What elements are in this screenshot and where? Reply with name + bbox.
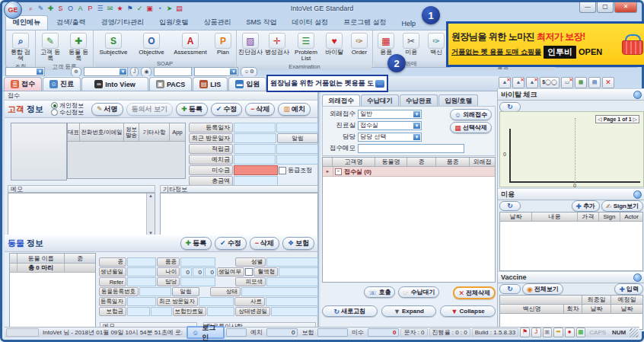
menu-tab-hospital-hotel[interactable]: 입원/호텔 xyxy=(152,16,196,30)
menu-tab-help[interactable]: Help xyxy=(395,18,423,30)
state-field[interactable] xyxy=(241,287,318,296)
blood-type-field[interactable] xyxy=(279,267,318,276)
close-panel-button[interactable]: ✕ xyxy=(602,77,614,88)
contact-table[interactable]: 대표 전화번호/이메일 정보 발송 기타사항 App xyxy=(67,123,186,179)
alert-button[interactable]: 알림 xyxy=(277,133,318,143)
vital-button[interactable]: ♥ 바이탈 xyxy=(322,32,346,56)
tab-payment-waiting[interactable]: 수납대기 xyxy=(361,94,399,106)
breed-field[interactable] xyxy=(180,257,215,267)
manager-select[interactable]: 담당 선택▼ xyxy=(358,133,422,142)
maximize-button[interactable]: ▢ xyxy=(597,2,614,13)
animal-register-button[interactable]: ✚ 동물 등록 xyxy=(65,32,92,62)
quick-round-button-2[interactable]: Ĵ xyxy=(130,67,139,77)
clear-chart-button-1[interactable]: ▲ xyxy=(499,77,511,88)
minimize-button[interactable]: — xyxy=(579,2,596,13)
quick-person-button[interactable]: ☺⚙ xyxy=(241,67,257,77)
vaccine-refresh-button[interactable]: ↻ xyxy=(499,284,521,294)
animal-edit-button[interactable]: ✔수정 xyxy=(215,237,247,250)
objective-button[interactable]: O Objective xyxy=(133,32,170,56)
customer-edit-button[interactable]: ✔수정 xyxy=(211,103,243,116)
customer-deposit-button[interactable]: ▥예치 xyxy=(278,103,311,116)
customer-delete-button[interactable]: −삭제 xyxy=(245,103,275,116)
scrollbar[interactable]: ▲▼ xyxy=(146,193,155,235)
clear-chart-button-3[interactable]: ▲ xyxy=(526,77,538,88)
pager-left-icon[interactable]: ◁ xyxy=(598,117,601,123)
customer-etc-box[interactable] xyxy=(160,193,318,236)
vaccine-table[interactable]: 최종일 예정일 백신명 회차 날짜 날짜 xyxy=(499,295,643,330)
customer-add-button[interactable]: ✚등록 xyxy=(176,103,208,116)
reception-group-row[interactable]: ▸ −접수실 (0) xyxy=(323,167,495,177)
animal-alert-button[interactable]: 알림 xyxy=(172,287,199,296)
chevron-down-icon[interactable]: ▼ xyxy=(413,111,420,117)
ad-banner[interactable]: 원장님을 위한 노마진 최저가 보장! 거품없는 펫 용품 도매 쇼핑몰 인투비… xyxy=(446,21,644,67)
animal-regno-field[interactable] xyxy=(139,287,171,296)
grooming-header[interactable]: 미용 xyxy=(498,188,644,200)
radio-personal-info[interactable]: 개인정보 xyxy=(51,102,84,109)
birthday-checkbox[interactable] xyxy=(245,267,253,276)
customer-register-button[interactable]: ✎ 고객 등록 xyxy=(37,32,64,62)
reception-type-select[interactable]: 일반▼ xyxy=(358,110,422,119)
birth-field[interactable] xyxy=(127,267,156,276)
panel-layout-button[interactable]: ▤ xyxy=(588,77,601,88)
grooming-refresh-button[interactable]: ↻ xyxy=(499,201,521,211)
refer-field[interactable] xyxy=(127,277,156,286)
supplies-button[interactable]: ▦ 용품 xyxy=(374,32,398,56)
plan-button[interactable]: P Plan xyxy=(211,32,235,56)
menu-tab-products[interactable]: 상품관리 xyxy=(197,16,238,30)
resize-grip[interactable] xyxy=(630,328,638,337)
status-money-icon[interactable]: ▦ xyxy=(576,328,586,337)
refresh-button[interactable]: ↻새로고침 xyxy=(322,305,378,317)
grooming-table[interactable]: 날짜 내용 가격 Sign Actor xyxy=(499,212,643,271)
manager-field[interactable] xyxy=(180,277,215,286)
animal-insurance-button[interactable]: ❖보험 xyxy=(282,237,314,250)
menu-tab-program-settings[interactable]: 프로그램 설정 xyxy=(336,16,394,30)
expand-button[interactable]: ▼Expand xyxy=(381,305,437,317)
payment-wait-button[interactable]: ☞수납대기 xyxy=(398,286,439,298)
section-orb-icon[interactable] xyxy=(633,190,642,199)
tab-into-view[interactable]: ∞Into View xyxy=(81,77,148,91)
animal-lastvisit-field[interactable] xyxy=(199,297,234,306)
unified-search-button[interactable]: ⌕ 통합 검색 xyxy=(7,32,34,62)
app-logo[interactable]: GE xyxy=(4,1,22,19)
tab-inpatient-hotel[interactable]: 입원/호텔 xyxy=(438,94,478,106)
tab-lis[interactable]: ▤LIS xyxy=(193,77,228,91)
reg-date-extra-field[interactable] xyxy=(276,123,318,133)
subjective-button[interactable]: S Subjective xyxy=(94,32,132,56)
view-all-button[interactable]: ◉전체보기 xyxy=(522,283,563,295)
grooming-button[interactable]: ✂ 미용 xyxy=(399,32,423,56)
treatment-room-select[interactable]: 접수실▼ xyxy=(358,121,422,130)
status-chat-icon[interactable]: ● xyxy=(565,328,575,337)
status-lock-icon[interactable]: ⚑ xyxy=(520,328,530,337)
tab-reception[interactable]: ≣접수 xyxy=(4,77,42,91)
empty-clear-button[interactable]: ▭ xyxy=(561,77,573,88)
vital-check-header[interactable]: 바이탈 체크 xyxy=(498,88,644,101)
menu-tab-data-settings[interactable]: 데이터 설정 xyxy=(285,16,336,30)
grooming-add-button[interactable]: ✚추가 xyxy=(572,200,601,212)
animal-add-button[interactable]: ✚등록 xyxy=(180,237,212,250)
radio-receive-info[interactable]: 수신정보 xyxy=(51,109,84,116)
delete-selected-button[interactable]: ▦선택삭제 xyxy=(450,122,492,133)
tab-pacs[interactable]: ▣PACS xyxy=(149,77,192,91)
quick-combo-1[interactable]: ▼ xyxy=(5,67,45,76)
tab-outpatient-reception[interactable]: 외래접수 xyxy=(322,94,360,106)
scroll-up-icon[interactable]: ▲ xyxy=(147,193,155,198)
sign-view-button[interactable]: ✍Sign보기 xyxy=(601,200,643,212)
state-change-field[interactable] xyxy=(271,307,318,316)
outpatient-register-button[interactable]: ☺외래접수 xyxy=(450,109,492,120)
reception-memo-input[interactable] xyxy=(358,144,464,153)
insurance-amount-field[interactable] xyxy=(127,307,150,316)
deposit-extra-field[interactable] xyxy=(276,155,318,165)
quick-field-1[interactable] xyxy=(154,67,192,76)
insurance-amount-field2[interactable] xyxy=(151,307,172,316)
tab-payment-complete[interactable]: 수납완료 xyxy=(400,94,438,106)
sex-field[interactable] xyxy=(266,257,318,267)
tab-treatment[interactable]: ☺진료 xyxy=(43,77,81,91)
currency-toggle-button[interactable]: $◯◯ xyxy=(540,77,560,88)
menu-tab-management[interactable]: 경영/기타관리 xyxy=(94,16,151,30)
age-days-field[interactable]: 0 xyxy=(205,267,216,276)
quick-round-button-1[interactable]: ⊕ xyxy=(71,67,81,77)
chart-pager[interactable]: ◁ Page 1 of 1 ▷ xyxy=(595,115,639,123)
reception-list-table[interactable]: 고객명 동물명 종 품종 외래접 ▸ −접수실 (0) xyxy=(322,157,496,283)
customer-memo-box[interactable]: ▲▼ xyxy=(8,193,155,236)
vaccine-input-button[interactable]: ✚입력 xyxy=(614,283,643,295)
